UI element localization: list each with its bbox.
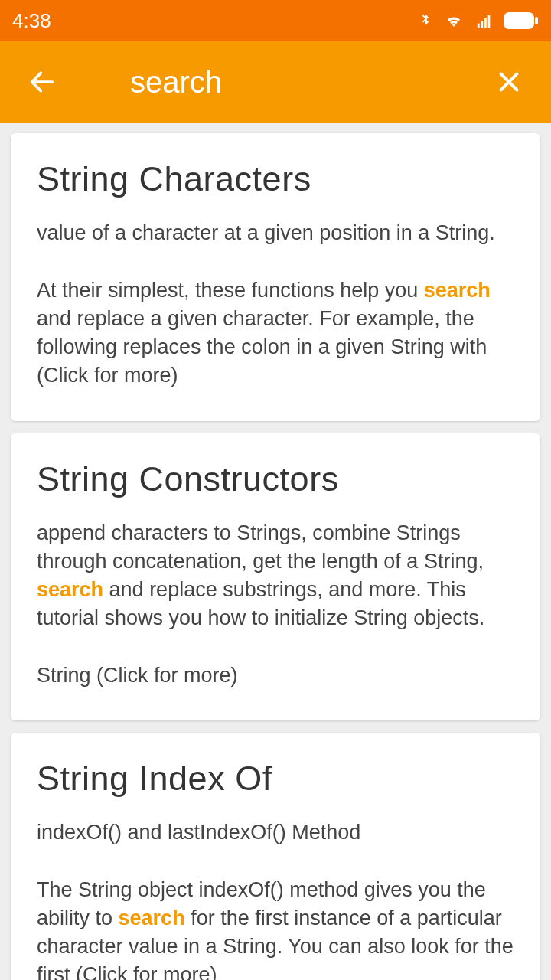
clear-button[interactable]: [490, 68, 528, 96]
svg-rect-0: [478, 24, 480, 28]
result-body: value of a character at a given position…: [37, 219, 514, 390]
highlight: search: [37, 578, 103, 601]
status-bar: 4:38: [0, 0, 551, 41]
result-card[interactable]: String Index Of indexOf() and lastIndexO…: [11, 733, 540, 980]
status-time: 4:38: [12, 9, 51, 33]
result-card[interactable]: String Constructors append characters to…: [11, 433, 540, 721]
back-button[interactable]: [23, 67, 61, 97]
result-body: append characters to Strings, combine St…: [37, 519, 514, 691]
bluetooth-icon: [418, 9, 433, 32]
svg-rect-3: [488, 15, 491, 28]
battery-icon: [504, 12, 539, 29]
signal-icon: [474, 12, 494, 29]
search-bar: search: [0, 41, 551, 122]
svg-rect-2: [484, 18, 487, 28]
result-title: String Constructors: [37, 459, 514, 499]
results-list: String Characters value of a character a…: [0, 122, 551, 980]
highlight: search: [119, 906, 185, 929]
svg-rect-5: [535, 17, 538, 24]
result-card[interactable]: String Characters value of a character a…: [11, 133, 540, 421]
result-body: indexOf() and lastIndexOf() MethodThe St…: [37, 818, 514, 980]
wifi-icon: [442, 11, 465, 30]
result-title: String Characters: [37, 159, 514, 199]
result-title: String Index Of: [37, 759, 514, 799]
svg-rect-4: [504, 13, 533, 28]
svg-rect-1: [481, 21, 483, 28]
highlight: search: [424, 279, 491, 302]
status-icons: [418, 9, 539, 32]
search-input[interactable]: search: [130, 65, 490, 100]
